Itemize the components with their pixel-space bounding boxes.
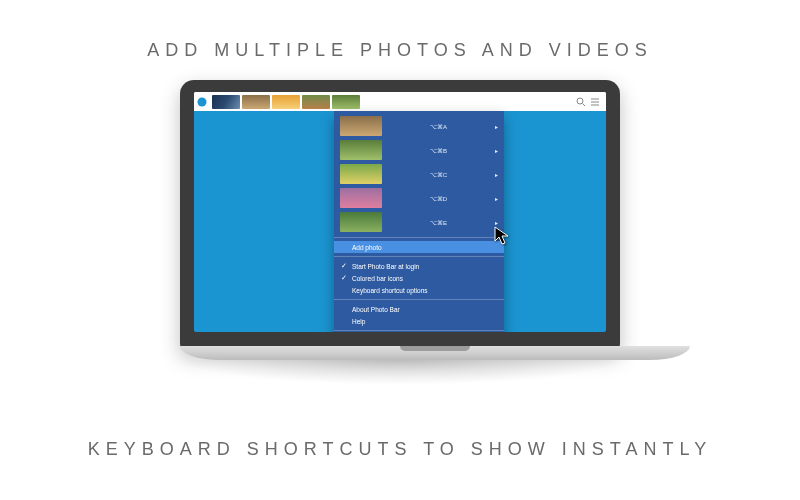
headline-bottom: KEYBOARD SHORTCUTS TO SHOW INSTANTLY (0, 439, 800, 460)
menu-item-help[interactable]: Help (334, 315, 504, 327)
dropdown-menu: ⌥⌘A▸ ⌥⌘B▸ ⌥⌘C▸ ⌥⌘D▸ ⌥⌘E▸ Add photo ✓Star… (334, 111, 504, 332)
menubar-thumb[interactable] (272, 95, 300, 109)
dropdown-photo-item[interactable]: ⌥⌘E▸ (334, 210, 504, 234)
app-icon (194, 92, 210, 111)
menu-item-about[interactable]: About Photo Bar (334, 303, 504, 315)
menubar-thumb[interactable] (302, 95, 330, 109)
svg-line-2 (583, 103, 586, 106)
headline-top: ADD MULTIPLE PHOTOS AND VIDEOS (0, 40, 800, 61)
menu-item-colored-icons[interactable]: ✓Colored bar icons (334, 272, 504, 284)
dropdown-photo-item[interactable]: ⌥⌘B▸ (334, 138, 504, 162)
macos-menubar (194, 92, 606, 111)
menu-item-start-login[interactable]: ✓Start Photo Bar at login (334, 260, 504, 272)
dropdown-photo-item[interactable]: ⌥⌘A▸ (334, 114, 504, 138)
laptop-lid: ⌥⌘A▸ ⌥⌘B▸ ⌥⌘C▸ ⌥⌘D▸ ⌥⌘E▸ Add photo ✓Star… (180, 80, 620, 350)
dropdown-photo-list: ⌥⌘A▸ ⌥⌘B▸ ⌥⌘C▸ ⌥⌘D▸ ⌥⌘E▸ (334, 114, 504, 234)
menubar-thumbnails (212, 95, 360, 109)
menu-item-add-photo[interactable]: Add photo (334, 241, 504, 253)
cursor-icon (494, 226, 510, 246)
menu-item-kbd-options[interactable]: Keyboard shortcut options (334, 284, 504, 296)
menubar-thumb[interactable] (212, 95, 240, 109)
dropdown-photo-item[interactable]: ⌥⌘C▸ (334, 162, 504, 186)
dropdown-photo-item[interactable]: ⌥⌘D▸ (334, 186, 504, 210)
svg-point-1 (577, 98, 583, 104)
search-icon[interactable] (576, 97, 586, 107)
laptop-reflection (180, 360, 620, 385)
menubar-thumb[interactable] (242, 95, 270, 109)
laptop-base (180, 346, 690, 360)
list-icon[interactable] (590, 97, 600, 107)
laptop-mockup: ⌥⌘A▸ ⌥⌘B▸ ⌥⌘C▸ ⌥⌘D▸ ⌥⌘E▸ Add photo ✓Star… (180, 80, 620, 410)
menubar-thumb[interactable] (332, 95, 360, 109)
svg-point-0 (198, 97, 207, 106)
app-screen: ⌥⌘A▸ ⌥⌘B▸ ⌥⌘C▸ ⌥⌘D▸ ⌥⌘E▸ Add photo ✓Star… (194, 92, 606, 332)
